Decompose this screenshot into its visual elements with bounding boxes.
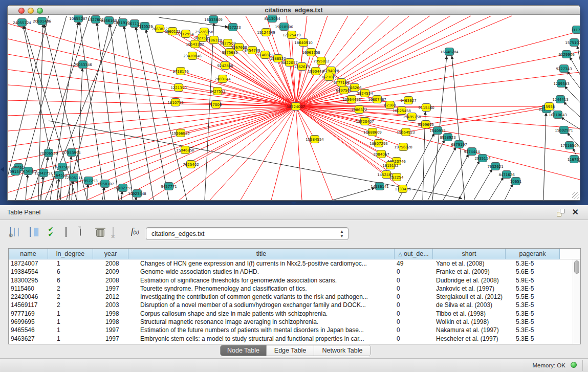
graph-edge[interactable] — [426, 106, 546, 124]
graph-node[interactable]: 17016504 — [560, 142, 579, 149]
graph-edge[interactable] — [121, 191, 122, 200]
graph-edge[interactable] — [124, 26, 154, 200]
graph-edge[interactable] — [191, 106, 296, 164]
graph-edge[interactable] — [8, 24, 296, 106]
table-row[interactable]: 2242004622012Investigating the contribut… — [9, 293, 560, 301]
graph-edge[interactable] — [271, 106, 296, 200]
table-row[interactable]: 946554611997Estimation of the future num… — [9, 326, 560, 334]
close-panel-icon[interactable]: ✕ — [572, 207, 579, 217]
graph-node[interactable]: 11172 — [571, 26, 580, 34]
graph-node[interactable]: 20691406 — [33, 17, 51, 25]
graph-node[interactable]: 19654923 — [397, 128, 415, 136]
table-row[interactable]: 1830029562008Estimation of significance … — [9, 276, 560, 285]
table-row[interactable]: 946362711997Embryonic stem cells: a mode… — [9, 335, 560, 343]
table-row[interactable]: 1938455462009Genome-wide association stu… — [9, 268, 560, 276]
graph-node[interactable]: 10807487 — [368, 96, 386, 103]
graph-edge[interactable] — [179, 106, 296, 200]
graph-node[interactable]: 1221350 — [170, 84, 186, 92]
graph-node[interactable]: 7857223 — [225, 24, 241, 31]
graph-node[interactable]: 19756928 — [394, 143, 412, 151]
network-canvas[interactable]: 2405572420691406106552871527602846616010… — [8, 15, 580, 200]
row-height-icon[interactable] — [66, 228, 67, 237]
graph-edge[interactable] — [8, 106, 296, 177]
graph-node[interactable]: 10651 — [510, 178, 521, 185]
table-row[interactable]: 1456911722003Disruption of a novel membe… — [9, 301, 560, 309]
graph-node[interactable]: 7955812 — [313, 57, 329, 65]
table-options-icon[interactable]: ⚙ — [10, 228, 11, 237]
graph-edge[interactable] — [296, 16, 409, 106]
graph-node[interactable]: 2935114 — [474, 155, 491, 162]
graph-node[interactable]: 14136141 — [371, 183, 389, 190]
graph-node[interactable]: 20206526 — [39, 149, 58, 157]
collapse-left-panel-arrow-icon[interactable] — [1, 167, 4, 172]
graph-node[interactable]: 16210643 — [549, 111, 567, 119]
column-header-pagerank[interactable]: pagerank — [506, 249, 560, 259]
graph-node[interactable]: 62160 — [384, 101, 396, 109]
graph-node[interactable]: 10688609 — [363, 128, 382, 136]
graph-edge[interactable] — [412, 140, 445, 200]
graph-node[interactable]: 15584554 — [306, 136, 324, 143]
graph-node[interactable]: 19166825 — [171, 129, 190, 137]
graph-node[interactable]: 3824554 — [357, 90, 373, 97]
graph-node[interactable]: 15692971 — [555, 126, 573, 134]
graph-node[interactable]: 7632621 — [487, 163, 503, 170]
graph-node[interactable]: 10655287 — [69, 15, 88, 23]
graph-node[interactable]: 1990448 — [308, 68, 323, 75]
column-visibility-icon[interactable] — [30, 228, 31, 237]
graph-node[interactable]: 8427552 — [209, 87, 225, 95]
graph-node[interactable]: 10958107 — [96, 180, 114, 188]
graph-node[interactable]: 8813054 — [264, 15, 280, 23]
graph-edge[interactable] — [79, 21, 105, 200]
graph-node[interactable]: 18640910 — [294, 39, 313, 47]
splitter-handle-icon[interactable] — [291, 202, 296, 205]
graph-node[interactable]: 16648784 — [440, 48, 459, 56]
graph-node[interactable]: 23420046 — [183, 52, 202, 60]
graph-node[interactable]: 1209383 — [553, 80, 569, 87]
graph-node[interactable]: 116753 — [568, 156, 580, 163]
table-row[interactable]: 1872400712008Changes of HCN gene express… — [9, 259, 560, 268]
graph-node[interactable]: 16782759 — [114, 184, 132, 192]
tab-node-table[interactable]: Node Table — [221, 345, 267, 356]
graph-node[interactable]: 16033809 — [204, 16, 223, 24]
function-builder-icon[interactable]: f(x) — [131, 227, 139, 236]
graph-edge[interactable] — [505, 184, 513, 200]
column-header-year[interactable]: year — [93, 249, 128, 259]
graph-edge[interactable] — [296, 106, 302, 200]
graph-edge[interactable] — [8, 106, 296, 131]
graph-edge[interactable] — [97, 23, 119, 200]
scrollbar-thumb[interactable] — [574, 260, 579, 274]
graph-node[interactable]: 9474444 — [464, 148, 480, 156]
graph-node[interactable]: 2803144 — [214, 75, 231, 83]
graph-node[interactable]: 9297588 — [54, 163, 70, 171]
graph-edge[interactable] — [489, 177, 504, 200]
graph-edge[interactable] — [225, 65, 296, 106]
tab-network-table[interactable]: Network Table — [314, 345, 371, 356]
citation-network-graph[interactable]: 2405572420691406106552871527602846616010… — [8, 15, 580, 200]
column-header-short[interactable]: short — [433, 249, 506, 259]
graph-node[interactable]: 1640935 — [429, 127, 445, 135]
graph-node[interactable]: 15751074 — [565, 39, 580, 47]
graph-node[interactable]: 12923448 — [128, 190, 146, 198]
graph-edge[interactable] — [474, 169, 492, 200]
column-header-title[interactable]: title — [128, 249, 395, 259]
graph-edge[interactable] — [87, 184, 88, 200]
float-panel-icon[interactable] — [557, 209, 564, 216]
graph-node[interactable]: 29053346 — [74, 61, 92, 69]
graph-node[interactable]: 9115460 — [418, 104, 434, 112]
graph-edge[interactable] — [333, 188, 375, 200]
graph-node[interactable]: 9329906 — [558, 51, 575, 58]
graph-edge[interactable] — [452, 56, 465, 200]
graph-node[interactable]: 9463627 — [400, 97, 416, 104]
create-column-icon[interactable] — [80, 227, 81, 236]
graph-edge[interactable] — [428, 147, 456, 200]
table-row[interactable]: 977716911998Corpus callosum shape and si… — [9, 310, 560, 318]
graph-edge[interactable] — [567, 71, 580, 89]
graph-edge[interactable] — [118, 106, 296, 200]
tab-edge-table[interactable]: Edge Table — [267, 345, 314, 356]
graph-edge[interactable] — [41, 176, 43, 200]
graph-node[interactable]: 2718176 — [172, 68, 189, 75]
graph-node[interactable]: 2084067 — [373, 150, 389, 158]
column-header-name[interactable]: name — [9, 249, 48, 259]
graph-edge[interactable] — [443, 154, 469, 200]
graph-edge[interactable] — [577, 46, 580, 62]
